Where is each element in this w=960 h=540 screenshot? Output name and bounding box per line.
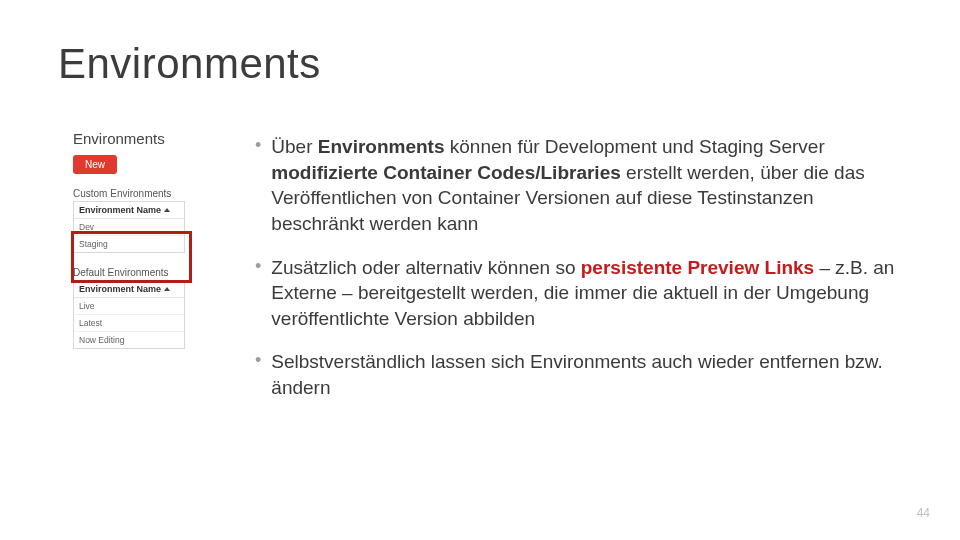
bullet-2: • Zusätzlich oder alternativ können so p… [255,255,895,332]
new-button[interactable]: New [73,155,117,174]
sidebar-heading: Environments [73,130,209,147]
table-row[interactable]: Live [74,298,184,315]
slide: Environments Environments New Custom Env… [0,0,960,540]
table-header[interactable]: Environment Name [74,281,184,298]
default-env-table: Environment Name Live Latest Now Editing [73,280,185,349]
text-span: Zusätzlich oder alternativ können so [271,257,580,278]
custom-env-heading: Custom Environments [73,188,209,199]
col-header-label: Environment Name [79,284,161,294]
text-span: Über [271,136,317,157]
emphasis: modifizierte Container Codes/Libraries [271,162,620,183]
sidebar-screenshot: Environments New Custom Environments Env… [73,130,209,349]
emphasis-red: persistente Preview Links [581,257,814,278]
bullet-dot-icon: • [255,255,261,332]
col-header-label: Environment Name [79,205,161,215]
table-row[interactable]: Latest [74,315,184,332]
bullet-text: Zusätzlich oder alternativ können so per… [271,255,895,332]
sort-caret-icon [164,287,170,291]
bullet-text: Über Environments können für Development… [271,134,895,237]
emphasis: Environments [318,136,445,157]
content-area: • Über Environments können für Developme… [255,134,895,419]
page-number: 44 [917,506,930,520]
table-row[interactable]: Dev [74,219,184,236]
bullet-3: • Selbstverständlich lassen sich Environ… [255,349,895,400]
text-span: können für Development und Staging Serve… [444,136,824,157]
bullet-dot-icon: • [255,134,261,237]
slide-title: Environments [58,40,321,88]
table-row[interactable]: Now Editing [74,332,184,348]
table-row[interactable]: Staging [74,236,184,252]
table-header[interactable]: Environment Name [74,202,184,219]
bullet-1: • Über Environments können für Developme… [255,134,895,237]
bullet-text: Selbstverständlich lassen sich Environme… [271,349,895,400]
default-env-heading: Default Environments [73,267,209,278]
bullet-dot-icon: • [255,349,261,400]
custom-env-table: Environment Name Dev Staging [73,201,185,253]
sort-caret-icon [164,208,170,212]
